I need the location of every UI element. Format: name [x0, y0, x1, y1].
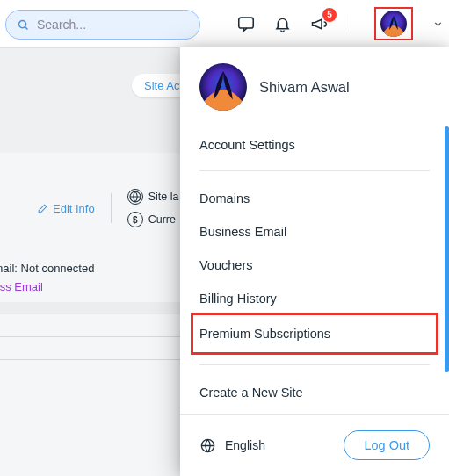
avatar-button-highlight	[374, 7, 413, 40]
panel-scrollbar[interactable]	[445, 126, 449, 372]
account-dropdown-panel: Shivam Aswal Account Settings Domains Bu…	[180, 47, 449, 476]
list-rows	[0, 302, 211, 360]
menu-billing-history[interactable]: Billing History	[199, 282, 430, 315]
svg-line-1	[25, 26, 28, 29]
email-status-text: ess Email: Not connected	[0, 260, 94, 278]
bell-icon[interactable]	[273, 15, 292, 33]
menu-business-email[interactable]: Business Email	[199, 215, 430, 249]
globe-icon	[199, 437, 216, 454]
menu-vouchers[interactable]: Vouchers	[199, 249, 430, 282]
menu-account-settings[interactable]: Account Settings	[199, 128, 430, 162]
search-icon	[17, 18, 30, 32]
divider	[351, 14, 351, 33]
menu-create-site[interactable]: Create a New Site	[199, 376, 430, 409]
svg-rect-2	[239, 18, 254, 28]
search-bar[interactable]	[5, 10, 200, 40]
menu-divider	[199, 170, 430, 171]
divider	[111, 193, 112, 223]
site-info-row: Site la	[127, 189, 179, 205]
menu-premium-subscriptions[interactable]: Premium Subscriptions	[191, 313, 438, 355]
globe-icon	[127, 189, 143, 205]
svg-point-0	[19, 20, 26, 27]
avatar-button[interactable]	[380, 11, 407, 37]
logout-button[interactable]: Log Out	[344, 430, 430, 460]
connect-email-link[interactable]: Business Email	[0, 278, 94, 297]
currency-icon: $	[127, 212, 143, 227]
currency-row: $ Curre	[127, 212, 179, 227]
megaphone-icon[interactable]: 5	[309, 15, 328, 33]
menu-divider	[199, 364, 430, 365]
email-status: ess Email: Not connected Business Email	[0, 260, 94, 297]
menu-domains[interactable]: Domains	[199, 182, 430, 215]
chat-icon[interactable]	[236, 14, 256, 33]
language-selector[interactable]: English	[199, 437, 265, 454]
chevron-down-icon[interactable]	[432, 18, 444, 30]
user-name: Shivam Aswal	[259, 79, 350, 96]
notification-badge: 5	[322, 8, 337, 22]
search-input[interactable]	[37, 18, 189, 32]
edit-info-link[interactable]: Edit Info	[37, 202, 95, 215]
avatar-large	[199, 63, 247, 111]
language-label: English	[225, 438, 265, 452]
edit-label: Edit Info	[53, 202, 95, 215]
